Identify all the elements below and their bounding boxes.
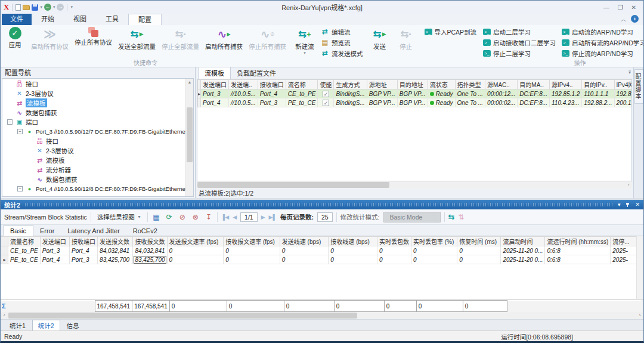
column-header[interactable]: 发送线速 (bps): [280, 237, 329, 246]
table-cell[interactable]: Ready: [428, 98, 455, 107]
table-cell[interactable]: 0: [377, 255, 411, 264]
table-cell[interactable]: BGP VP...: [397, 98, 428, 107]
table-cell[interactable]: One To ...: [455, 98, 485, 107]
ribbon-collapse-icon[interactable]: ︿: [621, 15, 626, 23]
refresh-icon[interactable]: ⟳: [165, 213, 174, 221]
table-cell[interactable]: 83,425,700: [133, 255, 167, 264]
table-cell[interactable]: Port_4: [201, 98, 229, 107]
stream-small-button-2[interactable]: ⇄流发送模式: [318, 48, 366, 58]
stats-tab-basic[interactable]: Basic: [3, 225, 33, 236]
quick-access-more-icon[interactable]: ▾: [70, 5, 73, 10]
table-row[interactable]: Port_4//10.0.5...Port_3PE_to_CE✓BindingS…: [198, 98, 633, 107]
column-header[interactable]: 发送端口: [201, 80, 229, 89]
table-row[interactable]: ▸Port_3//10.0.5...Port_4CE_to_PE✓Binding…: [198, 89, 633, 98]
tree-item[interactable]: −●Port_3 //10.0.5.90/12/7 DC:EF:80:7F:D9…: [2, 126, 193, 136]
column-header[interactable]: 目的地址: [397, 80, 428, 89]
bottom-tab-2[interactable]: 信息: [61, 320, 85, 330]
import-pcap-button[interactable]: >_ 导入PCAP到流: [422, 26, 480, 37]
table-cell[interactable]: 84,032,841: [133, 246, 167, 255]
operation-button[interactable]: >_启动二层学习: [480, 26, 559, 37]
operation-button[interactable]: >_启动接收端口二层学习: [480, 37, 559, 48]
table-cell[interactable]: DC:EF:8...: [518, 89, 550, 98]
column-header[interactable]: 接收报文数: [133, 237, 167, 246]
column-header[interactable]: 拓扑类型: [455, 80, 485, 89]
expander-icon[interactable]: −: [17, 186, 23, 191]
column-header[interactable]: IPv4网关: [614, 80, 632, 89]
table-cell[interactable]: BindingS...: [334, 98, 367, 107]
column-header[interactable]: 恢复时间 (ms): [457, 237, 501, 246]
table-cell[interactable]: 2025-11-20 0...: [501, 255, 545, 264]
table-cell[interactable]: 2025-11-20 0...: [501, 246, 545, 255]
table-cell[interactable]: ✓: [318, 98, 334, 107]
table-cell[interactable]: 0: [457, 255, 501, 264]
expander-icon[interactable]: −: [7, 119, 13, 125]
scrollbar-thumb[interactable]: [8, 313, 357, 319]
table-cell[interactable]: One To ...: [455, 89, 485, 98]
tree-item[interactable]: 品接口: [2, 79, 193, 88]
column-header[interactable]: 源地址: [367, 80, 397, 89]
table-cell[interactable]: 0: [280, 255, 329, 264]
scroll-left-icon[interactable]: ‹: [1, 312, 8, 319]
tree-item[interactable]: −●Port_4 //10.0.5.90/12/8 DC:EF:80:7F:D9…: [2, 184, 193, 193]
table-cell[interactable]: Port_3: [70, 255, 98, 264]
operation-button[interactable]: >_启动所有流的ARP/ND学习: [559, 37, 643, 48]
column-header[interactable]: 接收端口: [258, 80, 286, 89]
table-cell[interactable]: BGP VP...: [367, 89, 397, 98]
ribbon-tab-0[interactable]: 文件: [2, 14, 32, 25]
operation-button[interactable]: >_启动流的ARP/ND学习: [559, 26, 643, 37]
checkbox-icon[interactable]: ✓: [323, 91, 329, 97]
table-cell[interactable]: 110.1.1.1: [582, 89, 614, 98]
table-cell[interactable]: Port_4: [40, 255, 69, 264]
minimize-button[interactable]: —: [603, 4, 609, 11]
table-cell[interactable]: BGP VP...: [397, 89, 428, 98]
table-cell[interactable]: BindingS...: [334, 89, 367, 98]
column-header[interactable]: 接收报文速率 (fps): [224, 237, 280, 246]
table-cell[interactable]: 0: [280, 246, 329, 255]
config-script-side-tab[interactable]: 配置脚本: [634, 69, 643, 104]
column-header[interactable]: 流启动时间: [501, 237, 545, 246]
help-info-icon[interactable]: i: [631, 15, 639, 23]
table-cell[interactable]: 0: [411, 246, 457, 255]
table-row[interactable]: CE_to_PEPort_3Port_484,032,84184,032,841…: [1, 246, 643, 255]
bottom-tab-1[interactable]: 统计2: [32, 320, 60, 331]
save-icon[interactable]: [32, 4, 38, 11]
table-cell[interactable]: 0: [224, 255, 280, 264]
table-cell[interactable]: 0: [224, 246, 280, 255]
table-cell[interactable]: CE_to_PE: [286, 89, 318, 98]
table-cell[interactable]: 110.4.23...: [550, 98, 582, 107]
ribbon-tab-1[interactable]: 开始: [32, 14, 64, 25]
stream-stats-icon[interactable]: ⇆: [448, 212, 455, 221]
table-cell[interactable]: 0:6:8: [545, 255, 611, 264]
stream-horizontal-scrollbar[interactable]: ›: [197, 181, 632, 189]
column-header[interactable]: 生成方式: [334, 80, 367, 89]
table-cell[interactable]: //10.0.5...: [229, 89, 258, 98]
column-header[interactable]: 流状态: [428, 80, 455, 89]
column-header[interactable]: 流量名称: [8, 237, 41, 246]
table-cell[interactable]: //10.0.5...: [229, 98, 258, 107]
table-cell[interactable]: 00:00:02...: [485, 98, 518, 107]
ribbon-tab-2[interactable]: 视图: [64, 14, 96, 25]
column-header[interactable]: 发送报文数: [98, 237, 133, 246]
stop-protocols-button[interactable]: 停止所有协议: [72, 26, 115, 48]
stats-mode-select[interactable]: Basic Mode: [383, 212, 441, 223]
column-header[interactable]: 实时丢包数: [377, 237, 411, 246]
close-button[interactable]: ✕: [631, 4, 636, 11]
stats-tab-latency-and-jitter[interactable]: Latency And Jitter: [61, 226, 126, 236]
tree-item[interactable]: ✕2-3层协议: [2, 88, 193, 98]
table-cell[interactable]: CE_to_PE: [8, 246, 41, 255]
checkbox-icon[interactable]: ✓: [323, 100, 329, 106]
back-dropdown-icon[interactable]: ▾: [53, 5, 55, 10]
operation-button[interactable]: >_停止二层学习: [480, 48, 559, 58]
ribbon-tab-3[interactable]: 工具: [96, 14, 128, 25]
new-stream-button[interactable]: 新建流 ▾: [292, 26, 318, 57]
start-capture-button[interactable]: 启动所有捕获: [202, 26, 246, 52]
ribbon-tab-4[interactable]: 配置: [128, 14, 162, 25]
apply-button[interactable]: 应用: [2, 26, 28, 50]
tree-item[interactable]: ⇄流模板: [2, 155, 193, 165]
scroll-right-icon[interactable]: ›: [625, 181, 632, 189]
table-cell[interactable]: 0: [411, 255, 457, 264]
table-cell[interactable]: 0: [457, 246, 501, 255]
table-cell[interactable]: 0: [329, 246, 377, 255]
expander-icon[interactable]: −: [17, 129, 23, 134]
table-cell[interactable]: 0: [167, 255, 224, 264]
